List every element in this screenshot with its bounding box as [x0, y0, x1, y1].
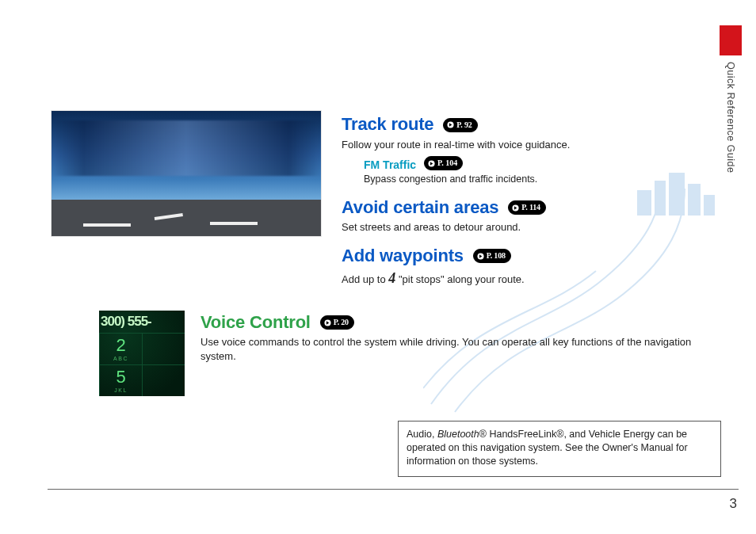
page-ref-waypoints[interactable]: P. 108 — [473, 249, 511, 263]
avoid-desc: Set streets and areas to detour around. — [342, 220, 724, 235]
page-ref-fm[interactable]: P. 104 — [424, 156, 463, 170]
page-ref-voice[interactable]: P. 20 — [320, 315, 354, 330]
heading-fm-traffic: FM Traffic P. 104 — [364, 156, 724, 172]
footnote-box: Audio, Bluetooth® HandsFreeLink®, and Ve… — [398, 421, 721, 477]
page-ref-avoid[interactable]: P. 114 — [508, 200, 545, 215]
footer-rule — [48, 489, 739, 490]
section-tab — [720, 25, 742, 55]
heading-voice-control: Voice Control P. 20 — [200, 311, 724, 334]
highway-image — [52, 111, 321, 236]
heading-track-route: Track route P. 92 — [342, 113, 724, 136]
keypad-image: 300) 555- 2ABC 5JKL — [99, 311, 185, 396]
voice-desc: Use voice commands to control the system… — [200, 335, 724, 363]
track-desc: Follow your route in real-time with voic… — [342, 138, 724, 152]
side-title: Quick Reference Guide — [720, 62, 742, 220]
page-ref-track[interactable]: P. 92 — [443, 118, 477, 132]
page-number: 3 — [730, 495, 737, 513]
heading-avoid-areas: Avoid certain areas P. 114 — [342, 196, 724, 219]
fm-desc: Bypass congestion and traffic incidents. — [364, 173, 724, 186]
waypoints-desc: Add up to 4 "pit stops" along your route… — [342, 269, 724, 288]
heading-add-waypoints: Add waypoints P. 108 — [342, 244, 724, 268]
